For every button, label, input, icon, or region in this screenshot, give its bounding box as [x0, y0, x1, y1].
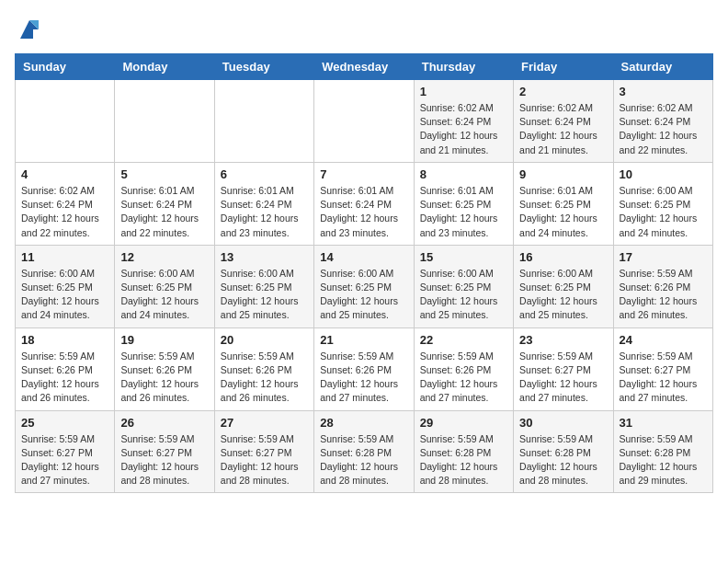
- day-info: Sunrise: 6:00 AM Sunset: 6:25 PM Dayligh…: [21, 267, 108, 323]
- calendar-cell: 8Sunrise: 6:01 AM Sunset: 6:25 PM Daylig…: [414, 162, 513, 245]
- calendar-week-row: 11Sunrise: 6:00 AM Sunset: 6:25 PM Dayli…: [16, 245, 713, 327]
- day-number: 20: [221, 333, 308, 347]
- day-info: Sunrise: 6:00 AM Sunset: 6:25 PM Dayligh…: [620, 184, 707, 240]
- calendar-cell: 16Sunrise: 6:00 AM Sunset: 6:25 PM Dayli…: [514, 245, 613, 327]
- calendar-week-row: 25Sunrise: 5:59 AM Sunset: 6:27 PM Dayli…: [16, 410, 713, 493]
- calendar-cell: 7Sunrise: 6:01 AM Sunset: 6:24 PM Daylig…: [314, 162, 414, 245]
- day-header-tuesday: Tuesday: [214, 54, 313, 80]
- calendar-cell: 15Sunrise: 6:00 AM Sunset: 6:25 PM Dayli…: [414, 245, 513, 327]
- calendar-cell: 23Sunrise: 5:59 AM Sunset: 6:27 PM Dayli…: [514, 327, 613, 410]
- day-number: 22: [420, 333, 507, 347]
- day-info: Sunrise: 5:59 AM Sunset: 6:26 PM Dayligh…: [21, 350, 108, 406]
- day-number: 19: [120, 333, 208, 347]
- calendar-cell: 11Sunrise: 6:00 AM Sunset: 6:25 PM Dayli…: [16, 245, 115, 327]
- day-number: 23: [519, 333, 607, 347]
- day-number: 13: [221, 250, 308, 264]
- calendar-cell: 17Sunrise: 5:59 AM Sunset: 6:26 PM Dayli…: [613, 245, 712, 327]
- day-number: 26: [120, 416, 208, 430]
- calendar-cell: 19Sunrise: 5:59 AM Sunset: 6:26 PM Dayli…: [115, 327, 214, 410]
- calendar-cell: 12Sunrise: 6:00 AM Sunset: 6:25 PM Dayli…: [115, 245, 214, 327]
- day-info: Sunrise: 6:01 AM Sunset: 6:25 PM Dayligh…: [420, 184, 507, 240]
- day-info: Sunrise: 6:02 AM Sunset: 6:24 PM Dayligh…: [420, 101, 507, 157]
- day-info: Sunrise: 6:02 AM Sunset: 6:24 PM Dayligh…: [519, 101, 607, 157]
- day-number: 8: [420, 167, 507, 181]
- day-number: 3: [620, 85, 707, 98]
- calendar-week-row: 4Sunrise: 6:02 AM Sunset: 6:24 PM Daylig…: [16, 162, 713, 245]
- calendar-cell: 28Sunrise: 5:59 AM Sunset: 6:28 PM Dayli…: [314, 410, 414, 493]
- day-number: 18: [21, 333, 108, 347]
- day-info: Sunrise: 5:59 AM Sunset: 6:27 PM Dayligh…: [221, 432, 308, 488]
- day-number: 16: [519, 250, 607, 264]
- day-number: 12: [120, 250, 208, 264]
- day-number: 28: [320, 416, 407, 430]
- day-number: 30: [519, 416, 607, 430]
- day-number: 31: [620, 416, 707, 430]
- calendar-cell: 10Sunrise: 6:00 AM Sunset: 6:25 PM Dayli…: [613, 162, 712, 245]
- calendar-cell: 3Sunrise: 6:02 AM Sunset: 6:24 PM Daylig…: [613, 80, 712, 163]
- logo-icon: [17, 17, 42, 42]
- calendar-cell: 25Sunrise: 5:59 AM Sunset: 6:27 PM Dayli…: [16, 410, 115, 493]
- day-number: 10: [620, 167, 707, 181]
- day-info: Sunrise: 5:59 AM Sunset: 6:28 PM Dayligh…: [620, 432, 707, 488]
- day-info: Sunrise: 6:00 AM Sunset: 6:25 PM Dayligh…: [221, 267, 308, 323]
- day-info: Sunrise: 5:59 AM Sunset: 6:26 PM Dayligh…: [120, 350, 208, 406]
- calendar-cell: 1Sunrise: 6:02 AM Sunset: 6:24 PM Daylig…: [414, 80, 513, 163]
- calendar-cell: 2Sunrise: 6:02 AM Sunset: 6:24 PM Daylig…: [514, 80, 613, 163]
- day-info: Sunrise: 6:00 AM Sunset: 6:25 PM Dayligh…: [320, 267, 407, 323]
- day-info: Sunrise: 5:59 AM Sunset: 6:28 PM Dayligh…: [420, 432, 507, 488]
- day-info: Sunrise: 5:59 AM Sunset: 6:27 PM Dayligh…: [620, 350, 707, 406]
- calendar-cell: 14Sunrise: 6:00 AM Sunset: 6:25 PM Dayli…: [314, 245, 414, 327]
- day-number: 25: [21, 416, 108, 430]
- day-number: 2: [519, 85, 607, 98]
- day-info: Sunrise: 6:00 AM Sunset: 6:25 PM Dayligh…: [420, 267, 507, 323]
- calendar-week-row: 18Sunrise: 5:59 AM Sunset: 6:26 PM Dayli…: [16, 327, 713, 410]
- calendar-header-row: SundayMondayTuesdayWednesdayThursdayFrid…: [16, 54, 713, 80]
- calendar-cell: 31Sunrise: 5:59 AM Sunset: 6:28 PM Dayli…: [613, 410, 712, 493]
- day-info: Sunrise: 5:59 AM Sunset: 6:28 PM Dayligh…: [320, 432, 407, 488]
- day-info: Sunrise: 6:00 AM Sunset: 6:25 PM Dayligh…: [519, 267, 607, 323]
- day-info: Sunrise: 6:01 AM Sunset: 6:24 PM Dayligh…: [221, 184, 308, 240]
- day-number: 6: [221, 167, 308, 181]
- day-number: 24: [620, 333, 707, 347]
- day-info: Sunrise: 5:59 AM Sunset: 6:26 PM Dayligh…: [620, 267, 707, 323]
- day-number: 4: [21, 167, 108, 181]
- day-number: 15: [420, 250, 507, 264]
- day-number: 1: [420, 85, 507, 98]
- day-header-friday: Friday: [514, 54, 613, 80]
- day-header-wednesday: Wednesday: [314, 54, 414, 80]
- day-info: Sunrise: 5:59 AM Sunset: 6:26 PM Dayligh…: [420, 350, 507, 406]
- calendar-cell: 13Sunrise: 6:00 AM Sunset: 6:25 PM Dayli…: [214, 245, 313, 327]
- page-header: [15, 15, 713, 42]
- calendar-cell: 4Sunrise: 6:02 AM Sunset: 6:24 PM Daylig…: [16, 162, 115, 245]
- calendar-cell: [16, 80, 115, 163]
- calendar-cell: [115, 80, 214, 163]
- day-number: 29: [420, 416, 507, 430]
- day-number: 17: [620, 250, 707, 264]
- day-info: Sunrise: 6:01 AM Sunset: 6:24 PM Dayligh…: [120, 184, 208, 240]
- calendar-cell: 21Sunrise: 5:59 AM Sunset: 6:26 PM Dayli…: [314, 327, 414, 410]
- day-info: Sunrise: 6:00 AM Sunset: 6:25 PM Dayligh…: [120, 267, 208, 323]
- calendar-cell: [214, 80, 313, 163]
- day-number: 9: [519, 167, 607, 181]
- day-number: 11: [21, 250, 108, 264]
- calendar-cell: 27Sunrise: 5:59 AM Sunset: 6:27 PM Dayli…: [214, 410, 313, 493]
- day-number: 5: [120, 167, 208, 181]
- calendar-cell: [314, 80, 414, 163]
- calendar-cell: 26Sunrise: 5:59 AM Sunset: 6:27 PM Dayli…: [115, 410, 214, 493]
- logo: [15, 15, 42, 42]
- day-info: Sunrise: 5:59 AM Sunset: 6:26 PM Dayligh…: [320, 350, 407, 406]
- calendar-cell: 24Sunrise: 5:59 AM Sunset: 6:27 PM Dayli…: [613, 327, 712, 410]
- calendar-cell: 18Sunrise: 5:59 AM Sunset: 6:26 PM Dayli…: [16, 327, 115, 410]
- day-number: 21: [320, 333, 407, 347]
- day-info: Sunrise: 5:59 AM Sunset: 6:26 PM Dayligh…: [221, 350, 308, 406]
- calendar-week-row: 1Sunrise: 6:02 AM Sunset: 6:24 PM Daylig…: [16, 80, 713, 163]
- calendar-cell: 5Sunrise: 6:01 AM Sunset: 6:24 PM Daylig…: [115, 162, 214, 245]
- calendar-table: SundayMondayTuesdayWednesdayThursdayFrid…: [15, 53, 713, 493]
- day-info: Sunrise: 6:02 AM Sunset: 6:24 PM Dayligh…: [620, 101, 707, 157]
- day-number: 27: [221, 416, 308, 430]
- calendar-cell: 29Sunrise: 5:59 AM Sunset: 6:28 PM Dayli…: [414, 410, 513, 493]
- day-info: Sunrise: 5:59 AM Sunset: 6:27 PM Dayligh…: [519, 350, 607, 406]
- day-header-thursday: Thursday: [414, 54, 513, 80]
- day-number: 7: [320, 167, 407, 181]
- day-info: Sunrise: 6:01 AM Sunset: 6:25 PM Dayligh…: [519, 184, 607, 240]
